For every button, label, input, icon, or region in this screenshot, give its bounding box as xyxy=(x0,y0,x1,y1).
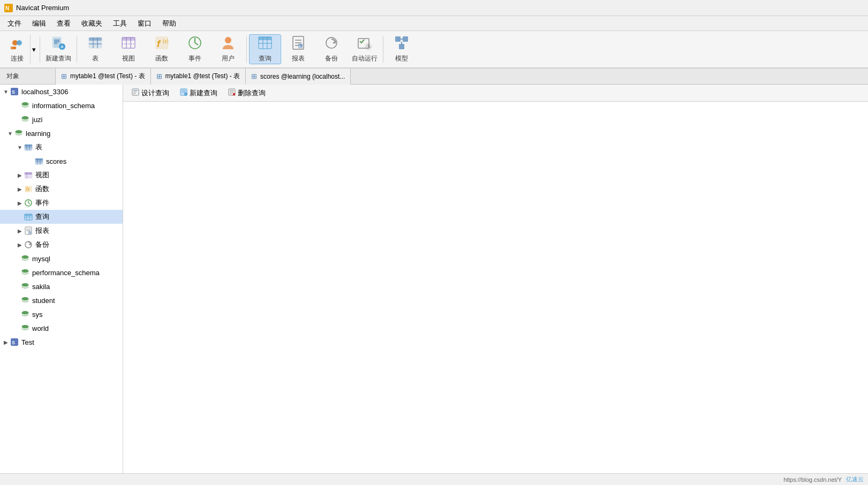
server-icon: S xyxy=(10,87,19,96)
design-query-button[interactable]: 设计查询 xyxy=(127,87,173,100)
new-query-button[interactable]: + 新建查询 xyxy=(42,34,74,64)
menu-help[interactable]: 帮助 xyxy=(157,17,182,31)
events-folder-label: 事件 xyxy=(35,198,49,208)
delete-query-button[interactable]: 删除查询 xyxy=(224,87,270,100)
svg-text:(x): (x) xyxy=(163,39,169,44)
menu-file[interactable]: 文件 xyxy=(2,17,27,31)
tab-3-label: scores @learning (localhost... xyxy=(260,73,345,80)
db-juzi[interactable]: juzi xyxy=(0,112,123,126)
svg-rect-49 xyxy=(403,36,408,42)
user-label: 用户 xyxy=(222,54,235,63)
menu-edit[interactable]: 编辑 xyxy=(27,17,51,31)
arrow-info xyxy=(13,102,20,109)
menu-tools[interactable]: 工具 xyxy=(108,17,132,31)
tab-1[interactable]: ⊞ mytable1 @test (Test) - 表 xyxy=(56,69,151,85)
folder-queries[interactable]: 查询 xyxy=(0,210,123,224)
delete-query-label: 删除查询 xyxy=(238,88,266,98)
report-label: 报表 xyxy=(292,54,305,63)
arrow-funcs: ▶ xyxy=(16,185,24,193)
folder-events[interactable]: ▶ 事件 xyxy=(0,196,123,210)
menu-window[interactable]: 窗口 xyxy=(132,17,157,31)
svg-rect-72 xyxy=(25,172,32,175)
svg-rect-80 xyxy=(25,214,32,216)
table-button[interactable]: 表 xyxy=(79,34,111,64)
user-button[interactable]: 用户 xyxy=(212,34,244,64)
connect-button-group[interactable]: + 连接 ▾ xyxy=(4,34,37,64)
arrow-reports: ▶ xyxy=(16,227,24,234)
query-button[interactable]: 查询 xyxy=(249,34,281,64)
test-server-icon: S xyxy=(10,337,19,347)
reports-folder-icon xyxy=(24,226,33,236)
db-world[interactable]: world xyxy=(0,321,123,335)
schedule-button[interactable]: 自动运行 xyxy=(349,34,381,64)
table-scores[interactable]: scores xyxy=(0,154,123,168)
db-icon-sys xyxy=(20,309,30,319)
db-info-label: information_schema xyxy=(32,102,95,110)
db-student[interactable]: student xyxy=(0,293,123,307)
function-icon: f (x) xyxy=(154,35,169,52)
db-perf-schema[interactable]: performance_schema xyxy=(0,266,123,279)
events-folder-icon xyxy=(24,198,33,208)
tab-2-label: mytable1 @test (Test) - 表 xyxy=(165,72,240,81)
connection-test[interactable]: ▶ S Test xyxy=(0,335,123,349)
function-label: 函数 xyxy=(155,54,168,63)
event-label: 事件 xyxy=(188,54,201,63)
folder-backups[interactable]: ▶ 备份 xyxy=(0,238,123,252)
test-label: Test xyxy=(21,338,34,346)
arrow-sakila xyxy=(13,283,20,290)
connect-button[interactable]: + 连接 xyxy=(4,34,30,64)
tab-3[interactable]: ⊞ scores @learning (localhost... xyxy=(246,69,351,85)
db-learning-label: learning xyxy=(26,130,50,138)
view-label: 视图 xyxy=(122,54,135,63)
svg-rect-15 xyxy=(89,37,102,41)
backup-button[interactable]: 备份 xyxy=(315,34,348,64)
status-cloud: 亿速云 xyxy=(846,475,864,483)
table-label: 表 xyxy=(92,54,99,63)
tab-2[interactable]: ⊞ mytable1 @test (Test) - 表 xyxy=(151,69,246,85)
user-icon xyxy=(221,35,236,52)
status-bar: https://blog.csdn.net/Y 亿速云 xyxy=(0,473,868,485)
new-query-icon: + xyxy=(51,35,66,52)
connect-dropdown-arrow[interactable]: ▾ xyxy=(30,34,37,64)
connect-icon: + xyxy=(10,35,25,52)
db-learning[interactable]: ▼ learning xyxy=(0,126,123,140)
new-query-sub-icon: + xyxy=(180,88,187,97)
view-button[interactable]: 视图 xyxy=(112,34,145,64)
app-icon: N xyxy=(4,4,13,12)
folder-funcs[interactable]: ▶ fx 函数 xyxy=(0,182,123,196)
db-juzi-label: juzi xyxy=(32,116,43,124)
tab-1-icon: ⊞ xyxy=(61,72,67,80)
svg-text:S: S xyxy=(12,89,15,95)
delete-query-icon xyxy=(228,88,236,97)
db-info-schema[interactable]: information_schema xyxy=(0,98,123,112)
model-button[interactable]: 模型 xyxy=(386,34,418,64)
db-mysql[interactable]: mysql xyxy=(0,252,123,266)
folder-tables[interactable]: ▼ 表 xyxy=(0,140,123,154)
expand-arrow-test: ▶ xyxy=(2,338,10,346)
localhost-label: localhost_3306 xyxy=(21,88,68,96)
report-button[interactable]: 报表 xyxy=(282,34,314,64)
views-folder-label: 视图 xyxy=(35,170,49,180)
connection-localhost[interactable]: ▼ S localhost_3306 xyxy=(0,85,123,98)
backup-icon xyxy=(324,35,339,52)
new-query-sub-button[interactable]: + 新建查询 xyxy=(176,87,222,100)
svg-rect-40 xyxy=(298,44,303,48)
menu-view[interactable]: 查看 xyxy=(51,17,76,31)
folder-reports[interactable]: ▶ 报表 xyxy=(0,224,123,238)
new-query-label: 新建查询 xyxy=(46,54,71,63)
menu-favorites[interactable]: 收藏夹 xyxy=(76,17,108,31)
toolbar: + 连接 ▾ + 新建查询 xyxy=(0,31,868,69)
tables-folder-label: 表 xyxy=(35,142,42,152)
function-button[interactable]: f (x) 函数 xyxy=(146,34,178,64)
table-scores-icon xyxy=(34,156,44,166)
db-icon-learning xyxy=(14,128,24,138)
db-sys[interactable]: sys xyxy=(0,307,123,321)
toolbar-sep-3 xyxy=(246,36,247,63)
event-button[interactable]: 事件 xyxy=(179,34,211,64)
folder-views[interactable]: ▶ 视图 xyxy=(0,168,123,182)
svg-rect-67 xyxy=(35,158,43,161)
svg-text:S: S xyxy=(12,340,15,345)
connect-label: 连接 xyxy=(11,54,24,63)
db-sakila[interactable]: sakila xyxy=(0,279,123,293)
model-icon xyxy=(394,35,409,52)
